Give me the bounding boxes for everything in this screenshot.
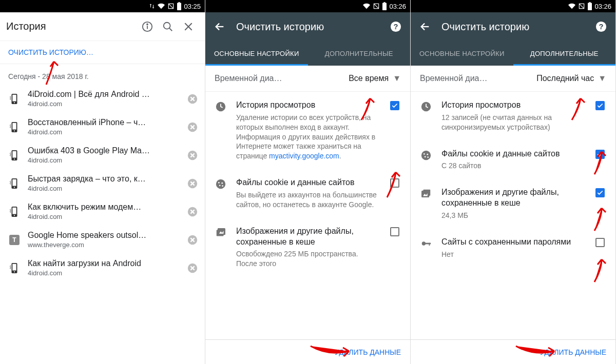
time-range-selector[interactable]: Временной диа… Все время ▼ — [205, 66, 410, 92]
svg-rect-71 — [425, 242, 431, 244]
status-bar: 03:25 — [0, 0, 205, 12]
bottom-bar: УДАЛИТЬ ДАННЫЕ — [411, 339, 615, 364]
delete-item-icon[interactable] — [184, 91, 201, 107]
signal-icon — [167, 3, 175, 10]
tab-advanced[interactable]: ДОПОЛНИТЕЛЬНЫЕ — [308, 41, 411, 66]
history-icon — [419, 100, 433, 112]
setting-cache[interactable]: Изображения и другие файлы, сохраненные … — [411, 179, 615, 228]
tab-basic[interactable]: ОСНОВНЫЕ НАСТРОЙКИ — [205, 41, 308, 66]
signal-icon — [578, 3, 585, 10]
setting-desc: Освобождено 225 МБ пространства. После э… — [236, 249, 380, 269]
favicon — [8, 177, 21, 190]
history-domain: 4idroid.com — [28, 213, 177, 220]
back-icon[interactable] — [415, 16, 435, 37]
setting-cookies[interactable]: Файлы cookie и данные сайтов Вы выйдете … — [205, 169, 410, 218]
delete-item-icon[interactable] — [184, 147, 201, 164]
history-title: Как найти загрузки на Android — [28, 259, 177, 268]
range-value: Все время — [349, 74, 389, 83]
screen-history: 03:25 История ОЧИСТИТЬ ИСТОРИЮ… Сегодня … — [0, 0, 205, 364]
search-icon[interactable] — [158, 16, 178, 37]
svg-rect-33 — [12, 264, 16, 270]
favicon: T — [8, 234, 21, 246]
history-item[interactable]: 4iDroid.com | Всё для Android …4idroid.c… — [0, 85, 205, 113]
history-title: 4iDroid.com | Всё для Android … — [28, 90, 177, 99]
checkbox[interactable] — [595, 238, 605, 247]
svg-line-8 — [169, 28, 172, 31]
info-icon[interactable] — [137, 16, 158, 37]
tab-advanced[interactable]: ДОПОЛНИТЕЛЬНЫЕ — [513, 41, 616, 66]
svg-text:?: ? — [599, 23, 604, 31]
svg-rect-28 — [12, 207, 16, 214]
checkbox[interactable] — [595, 150, 605, 159]
chevron-down-icon: ▼ — [393, 74, 401, 83]
myactivity-link[interactable]: myactivity.google.com — [269, 152, 339, 160]
battery-icon — [382, 2, 387, 10]
setting-desc: 24,3 МБ — [441, 211, 586, 220]
status-bar: 03:26 — [205, 0, 410, 12]
close-icon[interactable] — [178, 16, 199, 37]
svg-rect-68 — [422, 191, 429, 197]
svg-rect-24 — [12, 179, 16, 186]
image-icon — [214, 226, 228, 238]
tab-basic[interactable]: ОСНОВНЫЕ НАСТРОЙКИ — [411, 41, 513, 66]
svg-rect-55 — [588, 3, 592, 10]
delete-item-icon[interactable] — [184, 260, 201, 276]
favicon — [8, 93, 21, 105]
svg-rect-51 — [218, 229, 225, 235]
svg-point-61 — [421, 150, 431, 159]
setting-title: Изображения и другие файлы, сохраненные … — [441, 187, 586, 209]
page-title: Очистить историю — [441, 21, 591, 33]
setting-desc: Нет — [441, 250, 586, 259]
svg-rect-3 — [179, 2, 180, 3]
delete-item-icon[interactable] — [184, 232, 201, 248]
svg-point-47 — [219, 185, 221, 187]
checkbox[interactable] — [390, 178, 399, 188]
delete-data-button[interactable]: УДАЛИТЬ ДАННЫЕ — [335, 348, 401, 356]
history-item[interactable]: Как найти загрузки на Android4idroid.com — [0, 254, 205, 282]
status-time: 03:25 — [184, 3, 201, 10]
checkbox[interactable] — [595, 101, 605, 110]
page-title: История — [6, 21, 137, 32]
setting-title: История просмотров — [441, 100, 586, 111]
svg-text:?: ? — [394, 23, 398, 31]
setting-cache[interactable]: Изображения и другие файлы, сохраненные … — [205, 218, 410, 277]
image-icon — [419, 187, 433, 199]
svg-rect-2 — [177, 3, 181, 10]
setting-cookies[interactable]: Файлы cookie и данные сайтов С 28 сайтов — [411, 140, 615, 179]
history-item[interactable]: TGoogle Home speakers outsol…www.theverg… — [0, 226, 205, 254]
cookie-icon — [419, 149, 433, 161]
delete-item-icon[interactable] — [184, 204, 201, 220]
help-icon[interactable]: ? — [386, 16, 406, 37]
checkbox[interactable] — [595, 188, 605, 197]
delete-item-icon[interactable] — [184, 119, 201, 135]
setting-browsing-history[interactable]: История просмотров Удаление истории со в… — [205, 92, 410, 169]
date-label: Сегодня - 28 мая 2018 г. — [0, 64, 205, 85]
svg-rect-16 — [12, 123, 16, 129]
setting-browsing-history[interactable]: История просмотров 12 записей (не считая… — [411, 92, 615, 140]
time-range-selector[interactable]: Временной диа… Последний час ▼ — [411, 66, 615, 92]
wifi-icon — [362, 3, 371, 10]
favicon — [8, 206, 21, 218]
history-item[interactable]: Восстановленный iPhone – ч…4idroid.com — [0, 113, 205, 141]
back-icon[interactable] — [209, 16, 230, 37]
history-item[interactable]: Быстрая зарядка – что это, к…4idroid.com — [0, 169, 205, 197]
clear-header: Очистить историю ? — [205, 12, 410, 41]
history-item[interactable]: Ошибка 403 в Google Play Ma…4idroid.com — [0, 141, 205, 169]
favicon — [8, 262, 21, 274]
clear-history-link[interactable]: ОЧИСТИТЬ ИСТОРИЮ… — [0, 41, 205, 64]
history-domain: 4idroid.com — [28, 100, 177, 108]
checkbox[interactable] — [390, 101, 399, 110]
delete-item-icon[interactable] — [184, 175, 201, 192]
chevron-down-icon: ▼ — [598, 74, 606, 83]
svg-line-37 — [374, 4, 379, 8]
setting-passwords[interactable]: Сайты с сохраненными паролями Нет — [411, 229, 615, 268]
help-icon[interactable]: ? — [591, 16, 611, 37]
checkbox[interactable] — [390, 227, 399, 236]
history-title: Быстрая зарядка – что это, к… — [28, 174, 177, 184]
cookie-icon — [214, 177, 228, 190]
svg-rect-38 — [382, 3, 387, 10]
history-title: Как включить режим модем… — [28, 203, 177, 212]
delete-data-button[interactable]: УДАЛИТЬ ДАННЫЕ — [540, 348, 606, 356]
svg-line-1 — [169, 4, 174, 8]
history-item[interactable]: Как включить режим модем…4idroid.com — [0, 197, 205, 226]
